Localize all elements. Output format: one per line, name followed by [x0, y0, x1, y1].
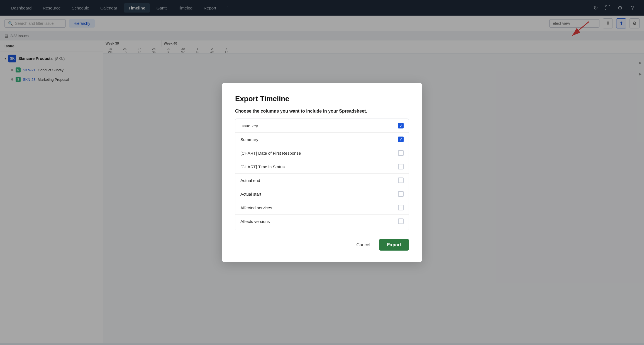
col-checkbox-summary[interactable] [398, 137, 404, 142]
col-item-summary[interactable]: Summary [235, 133, 409, 146]
export-button[interactable]: Export [379, 239, 409, 251]
col-item-issue-key[interactable]: Issue key [235, 119, 409, 133]
modal-title: Export Timeline [235, 94, 409, 103]
columns-list: Issue key Summary [CHART] Date of First … [235, 119, 409, 230]
col-label-actual-start: Actual start [240, 191, 261, 196]
col-checkbox-actual-start[interactable] [398, 191, 404, 197]
col-checkbox-affects-versions[interactable] [398, 218, 404, 224]
col-label-time-in-status: [CHART] Time in Status [240, 164, 285, 169]
col-label-affected-services: Affected services [240, 205, 272, 210]
modal-footer: Cancel Export [235, 239, 409, 251]
modal-subtitle: Choose the columns you want to include i… [235, 109, 409, 114]
col-item-affected-services[interactable]: Affected services [235, 201, 409, 215]
col-item-actual-end[interactable]: Actual end [235, 174, 409, 187]
col-item-actual-start[interactable]: Actual start [235, 187, 409, 201]
col-item-time-in-status[interactable]: [CHART] Time in Status [235, 160, 409, 174]
col-item-date-first-response[interactable]: [CHART] Date of First Response [235, 146, 409, 160]
col-label-actual-end: Actual end [240, 178, 260, 183]
col-label-summary: Summary [240, 137, 258, 142]
col-label-affects-versions: Affects versions [240, 219, 270, 223]
col-checkbox-date-first-response[interactable] [398, 150, 404, 156]
col-checkbox-time-in-status[interactable] [398, 164, 404, 169]
col-label-issue-key: Issue key [240, 123, 258, 128]
col-checkbox-affected-services[interactable] [398, 205, 404, 210]
col-checkbox-actual-end[interactable] [398, 178, 404, 183]
col-item-annies-due-date[interactable]: Annie's due date field [235, 228, 409, 230]
cancel-button[interactable]: Cancel [352, 240, 375, 250]
col-item-affects-versions[interactable]: Affects versions [235, 215, 409, 228]
col-checkbox-issue-key[interactable] [398, 123, 404, 128]
export-modal: Export Timeline Choose the columns you w… [222, 83, 422, 262]
col-label-date-first-response: [CHART] Date of First Response [240, 150, 301, 155]
